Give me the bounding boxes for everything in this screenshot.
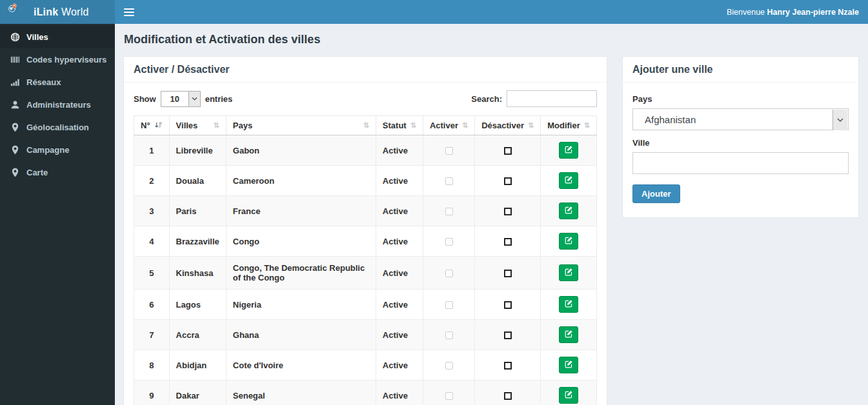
- deactivate-checkbox[interactable]: [504, 392, 512, 400]
- edit-icon: [565, 145, 573, 155]
- sidebar-toggle-icon[interactable]: [124, 8, 134, 16]
- status-cell: Active: [376, 320, 423, 350]
- activate-checkbox: [445, 208, 453, 215]
- sort-icon: ⇅: [528, 122, 534, 129]
- city-cell: Kinshasa: [169, 257, 226, 290]
- map-marker-icon: [10, 145, 20, 155]
- edit-button[interactable]: [559, 264, 578, 281]
- deactivate-checkbox[interactable]: [504, 238, 512, 246]
- row-number-cell: 3: [134, 196, 170, 226]
- row-number-cell: 1: [134, 135, 170, 166]
- cities-table-panel: Activer / Désactiver Show 10 entries: [123, 56, 607, 405]
- activate-checkbox: [445, 270, 453, 277]
- sort-icon: ⇅: [462, 122, 468, 129]
- column-header-desactiver[interactable]: Désactiver⇅: [475, 116, 541, 135]
- deactivate-checkbox[interactable]: [504, 331, 512, 339]
- country-cell: Gabon: [226, 135, 376, 166]
- sidebar-item-label: Réseaux: [26, 77, 61, 87]
- column-header-pays[interactable]: Pays⇅: [226, 116, 376, 135]
- edit-button[interactable]: [559, 142, 578, 159]
- city-cell: Libreville: [169, 135, 226, 166]
- cities-table: N° Villes⇅ Pays⇅: [134, 115, 597, 405]
- table-row: 9DakarSenegalActive: [134, 380, 597, 405]
- brand-logo[interactable]: $ iLink World: [0, 0, 115, 24]
- column-header-statut[interactable]: Statut⇅: [376, 116, 423, 135]
- sidebar-item-reseaux[interactable]: Réseaux: [0, 71, 115, 94]
- sidebar-item-label: Géolocalisation: [26, 123, 89, 132]
- deactivate-checkbox[interactable]: [504, 177, 512, 185]
- sidebar-item-campagne[interactable]: Campagne: [0, 139, 115, 161]
- deactivate-checkbox[interactable]: [504, 270, 512, 277]
- status-cell: Active: [376, 290, 423, 320]
- table-row: 1LibrevilleGabonActive: [134, 135, 597, 166]
- city-cell: Brazzaville: [169, 226, 226, 257]
- sort-icon: ⇅: [214, 122, 219, 129]
- edit-button[interactable]: [559, 296, 578, 313]
- activate-checkbox: [445, 238, 453, 246]
- city-cell: Lagos: [169, 290, 226, 320]
- edit-button[interactable]: [559, 172, 578, 189]
- country-cell: Ghana: [226, 320, 376, 350]
- column-header-num[interactable]: N°: [134, 116, 170, 135]
- deactivate-checkbox[interactable]: [504, 208, 512, 215]
- country-cell: Nigeria: [226, 290, 376, 320]
- country-cell: Cote d'Ivoire: [226, 350, 376, 380]
- city-cell: Paris: [169, 196, 226, 226]
- deactivate-checkbox[interactable]: [504, 301, 512, 309]
- city-input[interactable]: [632, 152, 849, 174]
- country-cell: Senegal: [226, 380, 376, 405]
- add-city-panel: Ajouter une ville Pays Afghanistan Ville…: [622, 56, 859, 218]
- sidebar-item-carte[interactable]: Carte: [0, 161, 115, 184]
- activate-checkbox: [445, 147, 453, 155]
- edit-icon: [565, 268, 573, 278]
- table-panel-title: Activer / Désactiver: [124, 57, 607, 83]
- row-number-cell: 6: [134, 290, 170, 320]
- sidebar-item-administrateurs[interactable]: Administrateurs: [0, 94, 115, 116]
- sidebar-item-label: Codes hyperviseurs: [26, 55, 106, 64]
- sidebar-item-label: Administrateurs: [26, 100, 91, 110]
- add-panel-title: Ajouter une ville: [623, 57, 858, 83]
- globe-pin-logo-icon: $: [8, 3, 25, 21]
- deactivate-checkbox[interactable]: [504, 147, 512, 155]
- table-row: 2DoualaCameroonActive: [134, 166, 597, 196]
- add-city-button[interactable]: Ajouter: [632, 184, 680, 203]
- sidebar-item-geolocalisation[interactable]: Géolocalisation: [0, 116, 115, 139]
- row-number-cell: 2: [134, 166, 170, 196]
- edit-button[interactable]: [559, 387, 578, 404]
- country-cell: Cameroon: [226, 166, 376, 196]
- column-header-activer[interactable]: Activer⇅: [423, 116, 474, 135]
- edit-button[interactable]: [559, 202, 578, 219]
- edit-icon: [565, 360, 573, 370]
- page-length-select[interactable]: 10: [161, 91, 201, 107]
- edit-button[interactable]: [559, 326, 578, 343]
- search-label: Search:: [471, 94, 502, 104]
- barcode-icon: [10, 55, 20, 64]
- city-label: Ville: [632, 138, 849, 148]
- column-header-modifier[interactable]: Modifier⇅: [541, 116, 597, 135]
- deactivate-checkbox[interactable]: [504, 362, 512, 370]
- sidebar-item-codes-hyperviseurs[interactable]: Codes hyperviseurs: [0, 48, 115, 71]
- map-marker-icon: [10, 123, 20, 132]
- status-cell: Active: [376, 226, 423, 257]
- country-select[interactable]: Afghanistan: [632, 108, 849, 130]
- sort-ascending-icon: [154, 121, 163, 130]
- edit-icon: [565, 236, 573, 246]
- row-number-cell: 4: [134, 226, 170, 257]
- sort-icon: ⇅: [584, 122, 590, 129]
- status-cell: Active: [376, 350, 423, 380]
- column-header-villes[interactable]: Villes⇅: [169, 116, 226, 135]
- edit-icon: [565, 299, 573, 310]
- brand-title: iLink World: [34, 6, 89, 18]
- chevron-down-icon: [188, 92, 200, 106]
- search-input[interactable]: [507, 90, 597, 107]
- edit-button[interactable]: [559, 233, 578, 250]
- country-cell: Congo, The Democratic Republic of the Co…: [226, 257, 376, 290]
- signal-icon: [10, 77, 20, 87]
- edit-button[interactable]: [559, 357, 578, 373]
- status-cell: Active: [376, 135, 423, 166]
- main-content: Modification et Activation des villes Ac…: [115, 24, 868, 405]
- top-navbar: $ iLink World Bienvenue Hanry Jean-pierr…: [0, 0, 868, 24]
- chevron-down-icon: [833, 110, 847, 130]
- sidebar-item-villes[interactable]: Villes: [0, 26, 115, 48]
- sidebar: VillesCodes hyperviseursRéseauxAdministr…: [0, 24, 115, 405]
